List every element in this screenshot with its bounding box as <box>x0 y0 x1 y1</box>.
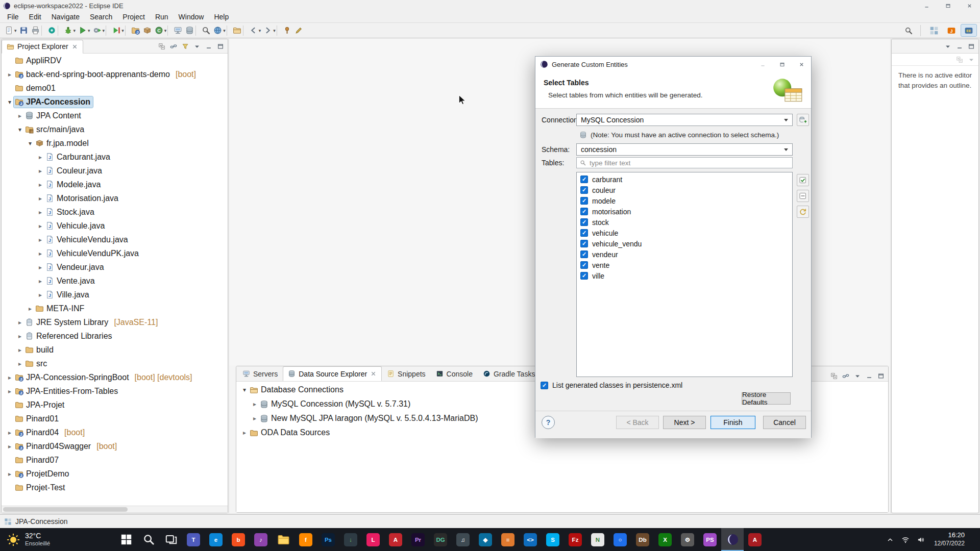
tree-item[interactable]: AppliRDV <box>2 54 228 67</box>
tree-item[interactable]: Pinard01 <box>2 412 228 425</box>
view-tab[interactable]: Console <box>431 366 478 381</box>
taskbar-app-button[interactable]: A <box>384 528 407 551</box>
view-toolbar-icon[interactable] <box>157 41 167 52</box>
perspective-button[interactable]: J <box>943 24 960 37</box>
table-checkbox[interactable] <box>580 197 588 205</box>
view-toolbar-icon[interactable] <box>943 41 953 52</box>
expander-icon[interactable] <box>36 167 44 175</box>
view-toolbar-icon[interactable] <box>215 41 226 52</box>
taskbar-app-button[interactable]: T <box>182 528 205 551</box>
table-row[interactable]: vendeur <box>577 249 792 260</box>
tree-item[interactable]: J Couleur.java <box>2 164 228 178</box>
expander-icon[interactable] <box>6 57 14 65</box>
table-row[interactable]: couleur <box>577 185 792 195</box>
tables-filter-input[interactable] <box>589 159 789 167</box>
toolbar-button[interactable] <box>91 24 106 37</box>
taskbar-app-button[interactable]: Fz <box>564 528 586 551</box>
toolbar-button[interactable] <box>58 24 62 37</box>
dialog-minimize-button[interactable] <box>753 57 772 72</box>
toolbar-button[interactable] <box>167 24 172 37</box>
tree-item[interactable]: Projet-Test <box>2 481 228 494</box>
perspective-button[interactable] <box>926 24 942 37</box>
expander-icon[interactable] <box>16 360 24 368</box>
next-button[interactable]: Next > <box>663 416 706 429</box>
taskbar-app-button[interactable]: X <box>654 528 676 551</box>
schema-select[interactable]: concession <box>576 143 793 156</box>
tree-item[interactable]: build <box>2 343 228 357</box>
taskbar-app-button[interactable]: e <box>205 528 227 551</box>
toolbar-button[interactable] <box>46 24 58 37</box>
tree-item[interactable]: J JPA-Entities-From-Tables <box>2 384 228 398</box>
toolbar-button[interactable] <box>262 24 277 37</box>
tree-item[interactable]: META-INF <box>2 302 228 315</box>
taskbar-app-button[interactable]: f <box>295 528 317 551</box>
expander-icon[interactable] <box>6 470 14 478</box>
perspective-button[interactable]: EE <box>961 24 977 37</box>
menu-item[interactable]: Project <box>117 11 150 22</box>
table-checkbox[interactable] <box>580 240 588 247</box>
tree-item[interactable]: J JPA-Concession <box>2 95 228 109</box>
expander-icon[interactable] <box>36 236 44 244</box>
tree-item[interactable]: JPA-Projet <box>2 398 228 412</box>
view-tab[interactable]: Data Source Explorer <box>283 366 382 381</box>
toolbar-button[interactable] <box>62 24 77 37</box>
table-checkbox[interactable] <box>580 272 588 280</box>
toolbar-button[interactable] <box>231 24 243 37</box>
table-checkbox[interactable] <box>580 261 588 269</box>
expander-icon[interactable] <box>251 400 259 408</box>
table-row[interactable]: modele <box>577 195 792 206</box>
expander-icon[interactable] <box>16 318 24 327</box>
tree-item[interactable]: J Modele.java <box>2 178 228 191</box>
persistence-checkbox[interactable] <box>541 382 548 389</box>
taskbar-app-button[interactable] <box>160 528 182 551</box>
collapse-all-icon[interactable] <box>954 55 965 65</box>
help-button[interactable]: ? <box>542 416 555 429</box>
view-menu-icon[interactable] <box>966 55 976 65</box>
toolbar-button[interactable] <box>110 24 125 37</box>
expander-icon[interactable] <box>6 429 14 437</box>
expander-icon[interactable] <box>36 194 44 203</box>
expander-icon[interactable] <box>6 401 14 409</box>
tree-item[interactable]: J Vehicule.java <box>2 219 228 233</box>
expander-icon[interactable] <box>36 208 44 216</box>
expander-icon[interactable] <box>36 181 44 189</box>
taskbar-app-button[interactable] <box>115 528 137 551</box>
tree-item[interactable]: J Carburant.java <box>2 150 228 164</box>
taskbar-app-button[interactable] <box>721 528 744 551</box>
tree-item[interactable]: JRE System Library [JavaSE-11] <box>2 315 228 329</box>
expander-icon[interactable] <box>6 387 14 395</box>
tree-item[interactable]: J Stock.java <box>2 205 228 219</box>
expander-icon[interactable] <box>36 249 44 258</box>
restore-defaults-button[interactable]: Restore Defaults <box>742 392 791 405</box>
expander-icon[interactable] <box>6 456 14 464</box>
tray-icon[interactable] <box>917 535 925 544</box>
taskbar-app-button[interactable]: Db <box>631 528 654 551</box>
tree-item[interactable]: J JPA-Concession-SpringBoot [boot] [devt… <box>2 370 228 384</box>
taskbar-app-button[interactable]: DG <box>429 528 452 551</box>
table-checkbox[interactable] <box>580 218 588 226</box>
expander-icon[interactable] <box>16 126 24 134</box>
expander-icon[interactable] <box>16 112 24 120</box>
expander-icon[interactable] <box>26 305 34 313</box>
toolbar-button[interactable]: C <box>153 24 168 37</box>
taskbar-app-button[interactable]: Ps <box>317 528 339 551</box>
table-checkbox[interactable] <box>580 208 588 215</box>
expander-icon[interactable] <box>36 291 44 299</box>
taskbar-app-button[interactable]: ≡ <box>497 528 519 551</box>
expander-icon[interactable] <box>240 429 249 437</box>
toolbar-button[interactable] <box>212 24 227 37</box>
tree-item[interactable]: Referenced Libraries <box>2 329 228 343</box>
menu-item[interactable]: Edit <box>24 11 46 22</box>
expander-icon[interactable] <box>240 386 249 394</box>
tree-item[interactable]: J Vendeur.java <box>2 260 228 274</box>
window-close-button[interactable] <box>959 0 980 11</box>
toolbar-button[interactable] <box>195 24 200 37</box>
taskbar-app-button[interactable]: b <box>227 528 250 551</box>
taskbar-app-button[interactable]: ○ <box>609 528 631 551</box>
expander-icon[interactable] <box>16 332 24 340</box>
table-row[interactable]: ville <box>577 270 792 281</box>
tree-item[interactable]: src/main/java <box>2 122 228 136</box>
toolbar-button[interactable] <box>293 24 305 37</box>
table-checkbox[interactable] <box>580 186 588 194</box>
tray-icon[interactable] <box>901 535 910 544</box>
